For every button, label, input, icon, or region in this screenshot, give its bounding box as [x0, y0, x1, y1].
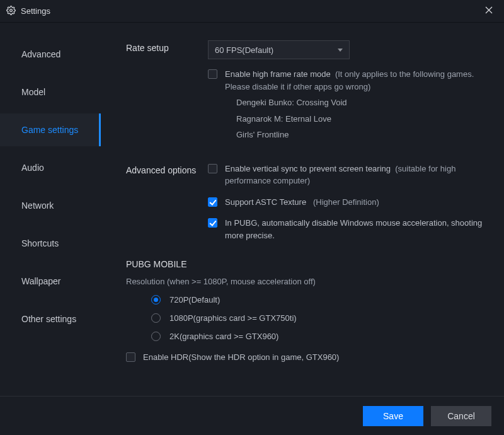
window-title: Settings [21, 6, 480, 16]
close-icon [485, 6, 493, 16]
astc-checkbox[interactable] [208, 197, 217, 207]
high-frame-label: Enable high frame rate mode [225, 69, 331, 79]
pubg-mouse-label: In PUBG, automatically disable Windows m… [225, 218, 482, 240]
fps-select-value: 60 FPS(Default) [215, 45, 273, 55]
sidebar-item-shortcuts[interactable]: Shortcuts [0, 227, 101, 260]
resolution-label: 2K(graphics card >= GTX960) [169, 332, 278, 341]
game-item: Girls' Frontline [236, 129, 485, 141]
resolution-label: 720P(Default) [169, 295, 220, 304]
vsync-checkbox[interactable] [208, 164, 217, 173]
chevron-down-icon [338, 49, 343, 52]
advanced-options-row: Advanced options Enable vertical sync to… [126, 163, 485, 251]
sidebar-item-label: Other settings [21, 314, 76, 324]
pubg-note: Resolution (when >= 1080P, mouse acceler… [126, 277, 485, 286]
vsync-option: Enable vertical sync to prevent screen t… [208, 163, 485, 187]
sidebar-item-label: Network [21, 200, 54, 211]
svg-point-0 [10, 9, 13, 11]
close-button[interactable] [480, 3, 498, 20]
sidebar-item-label: Shortcuts [21, 238, 59, 248]
sidebar-item-label: Audio [21, 163, 44, 173]
fps-select[interactable]: 60 FPS(Default) [208, 40, 350, 59]
footer: Save Cancel [0, 396, 504, 435]
title-bar: Settings [0, 0, 504, 23]
game-item: Ragnarok M: Eternal Love [236, 113, 485, 125]
resolution-2k[interactable]: 2K(graphics card >= GTX960) [126, 332, 485, 341]
resolution-1080p[interactable]: 1080P(graphics card >= GTX750ti) [126, 313, 485, 323]
resolution-label: 1080P(graphics card >= GTX750ti) [169, 313, 297, 323]
cancel-button[interactable]: Cancel [431, 406, 491, 426]
high-frame-option: Enable high frame rate mode (It only app… [208, 68, 485, 145]
sidebar-item-other-settings[interactable]: Other settings [0, 303, 101, 335]
sidebar-item-network[interactable]: Network [0, 189, 101, 222]
content-panel: Rate setup 60 FPS(Default) Enable high f… [101, 23, 504, 396]
sidebar-item-label: Game settings [21, 125, 78, 135]
hdr-checkbox[interactable] [126, 352, 135, 362]
save-button[interactable]: Save [363, 406, 423, 426]
hdr-option: Enable HDR(Show the HDR option in game, … [126, 351, 485, 364]
high-frame-checkbox[interactable] [208, 69, 217, 79]
astc-label: Support ASTC Texture [225, 197, 306, 207]
sidebar-item-model[interactable]: Model [0, 76, 101, 108]
radio-icon [151, 332, 161, 341]
gear-icon [6, 6, 16, 17]
main-area: Advanced Model Game settings Audio Netwo… [0, 23, 504, 396]
sidebar-item-label: Model [21, 87, 45, 97]
radio-icon [151, 313, 161, 323]
vsync-label: Enable vertical sync to prevent screen t… [225, 164, 391, 173]
astc-hint: (Higher Definition) [313, 197, 379, 207]
advanced-options-label: Advanced options [126, 163, 208, 251]
hdr-label: Enable HDR(Show the HDR option in game, … [143, 352, 339, 362]
rate-setup-row: Rate setup 60 FPS(Default) Enable high f… [126, 40, 485, 154]
sidebar-item-label: Wallpaper [21, 276, 61, 286]
sidebar-item-wallpaper[interactable]: Wallpaper [0, 265, 101, 298]
pubg-mouse-checkbox[interactable] [208, 218, 217, 228]
sidebar-item-advanced[interactable]: Advanced [0, 38, 101, 71]
game-item: Dengeki Bunko: Crossing Void [236, 96, 485, 109]
sidebar: Advanced Model Game settings Audio Netwo… [0, 23, 101, 396]
sidebar-item-game-settings[interactable]: Game settings [0, 113, 101, 146]
astc-option: Support ASTC Texture (Higher Definition) [208, 196, 485, 209]
sidebar-item-audio[interactable]: Audio [0, 151, 101, 184]
radio-icon [151, 295, 161, 304]
high-frame-game-list: Dengeki Bunko: Crossing Void Ragnarok M:… [225, 93, 485, 141]
resolution-720p[interactable]: 720P(Default) [126, 295, 485, 304]
pubg-mouse-option: In PUBG, automatically disable Windows m… [208, 217, 485, 241]
rate-setup-label: Rate setup [126, 40, 208, 154]
pubg-title: PUBG MOBILE [126, 259, 485, 269]
sidebar-item-label: Advanced [21, 49, 60, 59]
high-frame-text: Enable high frame rate mode (It only app… [225, 68, 485, 145]
